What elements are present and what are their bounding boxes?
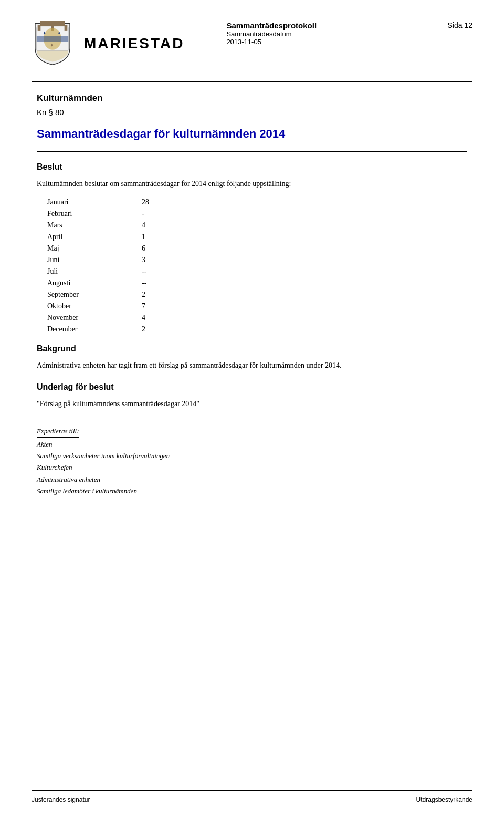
svg-rect-1 xyxy=(38,25,41,31)
month-name: Februari xyxy=(47,210,142,218)
month-value: -- xyxy=(142,267,146,276)
svg-rect-3 xyxy=(65,25,68,31)
bakgrund-heading: Bakgrund xyxy=(37,344,467,354)
month-value: 7 xyxy=(142,302,145,310)
month-name: Oktober xyxy=(47,302,142,310)
month-name: November xyxy=(47,314,142,322)
department-name: Kulturnämnden xyxy=(37,93,467,103)
month-name: Juli xyxy=(47,267,142,276)
main-title: Sammanträdesdagar för kulturnämnden 2014 xyxy=(37,127,467,141)
header-left: ✦ ✦ ✦ MARIESTAD xyxy=(32,21,184,66)
month-table: Januari28Februari-Mars4April1Maj6Juni3Ju… xyxy=(47,198,467,334)
expedieras-section: Expedieras till: AktenSamtliga verksamhe… xyxy=(37,426,467,497)
logo-text: MARIESTAD xyxy=(84,35,184,52)
month-value: 4 xyxy=(142,221,145,230)
month-name: December xyxy=(47,325,142,334)
month-name: Januari xyxy=(47,198,142,206)
month-value: 6 xyxy=(142,244,145,253)
beslut-heading: Beslut xyxy=(37,162,467,172)
month-name: Augusti xyxy=(47,279,142,287)
month-row: Juni3 xyxy=(47,256,467,264)
month-value: 28 xyxy=(142,198,149,206)
section-ref: Kn § 80 xyxy=(37,108,467,117)
header-center: Sammanträdesprotokoll Sammanträdesdatum … xyxy=(184,21,447,46)
month-value: -- xyxy=(142,279,146,287)
month-row: April1 xyxy=(47,233,467,241)
doc-subtitle-label: Sammanträdesdatum xyxy=(226,30,447,38)
month-name: Juni xyxy=(47,256,142,264)
footer-right: Utdragsbestyrkande xyxy=(416,796,472,803)
list-item: Samtliga verksamheter inom kulturförvalt… xyxy=(37,450,467,462)
month-name: Mars xyxy=(47,221,142,230)
svg-text:✦: ✦ xyxy=(43,30,47,36)
month-name: April xyxy=(47,233,142,241)
month-row: December2 xyxy=(47,325,467,334)
page-number: Sida 12 xyxy=(448,21,472,29)
month-row: November4 xyxy=(47,314,467,322)
list-item: Akten xyxy=(37,439,467,450)
beslut-text: Kulturnämnden beslutar om sammanträdesda… xyxy=(37,178,467,190)
svg-text:✦: ✦ xyxy=(50,43,54,48)
month-row: Maj6 xyxy=(47,244,467,253)
svg-rect-6 xyxy=(37,36,68,42)
month-row: Juli-- xyxy=(47,267,467,276)
month-row: Januari28 xyxy=(47,198,467,206)
month-value: 1 xyxy=(142,233,145,241)
month-value: 3 xyxy=(142,256,145,264)
underlag-heading: Underlag för beslut xyxy=(37,382,467,392)
title-divider xyxy=(37,151,467,152)
list-item: Kulturchefen xyxy=(37,462,467,473)
month-name: September xyxy=(47,291,142,299)
month-value: 2 xyxy=(142,291,145,299)
footer-left: Justerandes signatur xyxy=(32,796,90,803)
month-value: 4 xyxy=(142,314,145,322)
doc-title: Sammanträdesprotokoll xyxy=(226,21,447,30)
month-value: 2 xyxy=(142,325,145,334)
list-item: Samtliga ledamöter i kulturnämnden xyxy=(37,485,467,497)
expedieras-items: AktenSamtliga verksamheter inom kulturfö… xyxy=(37,439,467,496)
header-divider xyxy=(32,81,472,82)
month-row: Mars4 xyxy=(47,221,467,230)
main-content: Kulturnämnden Kn § 80 Sammanträdesdagar … xyxy=(32,93,472,497)
mariestad-emblem: ✦ ✦ ✦ xyxy=(32,21,74,66)
page: ✦ ✦ ✦ MARIESTAD Sammanträdesprotokoll Sa… xyxy=(0,0,504,819)
expedieras-label: Expedieras till: xyxy=(37,426,79,438)
underlag-text: "Förslag på kulturnämndens sammanträdesd… xyxy=(37,398,467,410)
header: ✦ ✦ ✦ MARIESTAD Sammanträdesprotokoll Sa… xyxy=(32,21,472,66)
list-item: Administrativa enheten xyxy=(37,474,467,485)
bakgrund-text: Administrativa enheten har tagit fram et… xyxy=(37,360,467,371)
doc-date: 2013-11-05 xyxy=(226,38,447,46)
footer: Justerandes signatur Utdragsbestyrkande xyxy=(32,790,472,803)
month-row: Oktober7 xyxy=(47,302,467,310)
month-row: Februari- xyxy=(47,210,467,218)
month-name: Maj xyxy=(47,244,142,253)
svg-text:✦: ✦ xyxy=(57,30,61,36)
month-value: - xyxy=(142,210,144,218)
month-row: September2 xyxy=(47,291,467,299)
month-row: Augusti-- xyxy=(47,279,467,287)
